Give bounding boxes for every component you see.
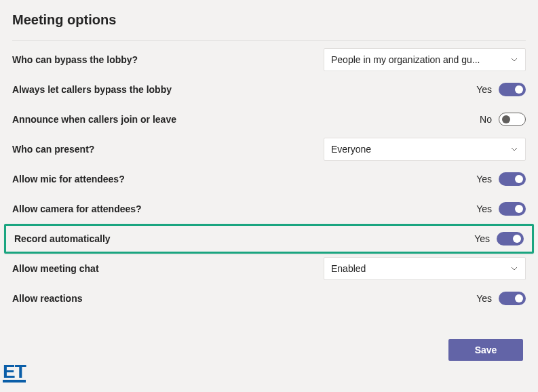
row-meeting-chat: Allow meeting chat Enabled	[12, 254, 526, 283]
row-allow-camera: Allow camera for attendees? Yes	[12, 194, 526, 224]
row-reactions: Allow reactions Yes	[12, 283, 526, 313]
toggle-always-bypass[interactable]	[499, 83, 526, 96]
page-title: Meeting options	[12, 12, 526, 28]
divider	[12, 40, 526, 41]
chevron-down-icon	[510, 56, 518, 64]
row-always-bypass: Always let callers bypass the lobby Yes	[12, 75, 526, 104]
row-bypass-lobby: Who can bypass the lobby? People in my o…	[12, 45, 526, 75]
row-record-auto: Record automatically Yes	[4, 224, 534, 254]
label-announce: Announce when callers join or leave	[12, 114, 176, 125]
toggle-announce[interactable]	[499, 113, 526, 126]
value-record-auto: Yes	[474, 233, 490, 244]
value-allow-mic: Yes	[476, 174, 492, 184]
select-who-present-value: Everyone	[331, 144, 371, 155]
label-who-present: Who can present?	[12, 144, 94, 155]
label-allow-camera: Allow camera for attendees?	[12, 203, 142, 214]
toggle-allow-camera[interactable]	[499, 202, 526, 216]
label-always-bypass: Always let callers bypass the lobby	[12, 84, 172, 95]
select-meeting-chat[interactable]: Enabled	[324, 257, 526, 280]
label-meeting-chat: Allow meeting chat	[12, 263, 99, 274]
chevron-down-icon	[510, 145, 518, 153]
chevron-down-icon	[510, 264, 518, 273]
label-allow-mic: Allow mic for attendees?	[12, 174, 125, 184]
label-bypass-lobby: Who can bypass the lobby?	[12, 54, 138, 65]
select-bypass-lobby-value: People in my organization and gu...	[331, 54, 480, 65]
save-button[interactable]: Save	[448, 339, 523, 361]
select-meeting-chat-value: Enabled	[331, 263, 366, 274]
toggle-allow-mic[interactable]	[499, 172, 526, 186]
label-reactions: Allow reactions	[12, 293, 82, 304]
row-who-present: Who can present? Everyone	[12, 134, 526, 164]
select-who-present[interactable]: Everyone	[324, 138, 526, 161]
toggle-record-auto[interactable]	[497, 232, 524, 246]
logo: ET	[3, 363, 26, 383]
value-always-bypass: Yes	[476, 84, 492, 95]
row-announce: Announce when callers join or leave No	[12, 104, 526, 134]
value-announce: No	[480, 114, 492, 125]
label-record-auto: Record automatically	[14, 233, 111, 244]
toggle-reactions[interactable]	[499, 292, 526, 305]
row-allow-mic: Allow mic for attendees? Yes	[12, 164, 526, 194]
value-reactions: Yes	[476, 293, 492, 304]
select-bypass-lobby[interactable]: People in my organization and gu...	[324, 48, 526, 71]
value-allow-camera: Yes	[476, 203, 492, 214]
